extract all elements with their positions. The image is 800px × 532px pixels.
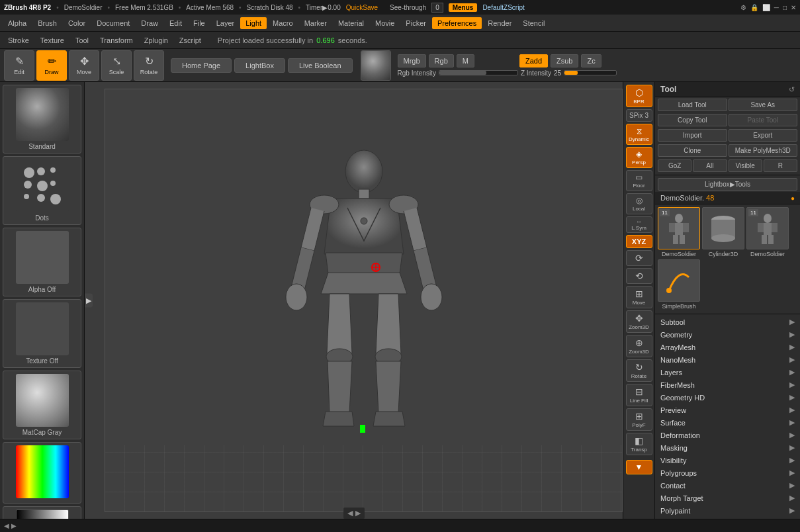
polyf-button[interactable]: ⊞ PolyF (626, 408, 652, 431)
menu-alpha[interactable]: Alpha (3, 17, 32, 29)
menu-material[interactable]: Material (333, 17, 369, 29)
section-contact[interactable]: Contact ▶ (655, 479, 800, 492)
local-button[interactable]: ◎ Local (626, 193, 652, 214)
persp-button[interactable]: ◈ Persp (626, 147, 652, 168)
bpr-button[interactable]: ⬡ BPR (626, 85, 652, 107)
section-fibermesh[interactable]: FiberMesh ▶ (655, 378, 800, 391)
zc-button[interactable]: Zc (581, 54, 601, 67)
thumb-simplebrush[interactable]: SimpleBrush (658, 259, 700, 310)
menu-edit[interactable]: Edit (164, 17, 187, 29)
rotate3d-button[interactable]: ↻ Rotate (626, 359, 652, 382)
color-bw[interactable] (3, 506, 81, 519)
import-button[interactable]: Import (658, 129, 727, 142)
all-button[interactable]: All (693, 159, 727, 172)
tool-zscript[interactable]: Zscript (174, 34, 206, 46)
menu-render[interactable]: Render (482, 17, 517, 29)
minimize-icon[interactable]: ─ (774, 4, 779, 11)
mrgb-button[interactable]: Mrgb (398, 54, 426, 67)
active-brush-preview[interactable] (361, 50, 391, 81)
goz-button[interactable]: GoZ (658, 159, 691, 172)
brush-texture-off[interactable]: Texture Off (3, 299, 81, 368)
thumb-demosoldier2[interactable]: 11 DemoSoldier (746, 207, 789, 257)
frame-button[interactable]: ⊞ Move (626, 286, 652, 308)
menu-color[interactable]: Color (63, 17, 91, 29)
xyz-button[interactable]: XYZ (626, 235, 652, 248)
menu-brush[interactable]: Brush (32, 17, 62, 29)
rgb-intensity-slider[interactable] (439, 70, 518, 75)
visible-button[interactable]: Visible (729, 159, 762, 172)
section-masking[interactable]: Masking ▶ (655, 441, 800, 454)
bottom-orange-button[interactable]: ▼ (626, 460, 652, 474)
lsym-button[interactable]: ↔ L.Sym (626, 216, 652, 233)
zsub-button[interactable]: Zsub (551, 54, 578, 67)
menus-button[interactable]: Menus (449, 3, 478, 12)
zoom3d-button[interactable]: ⊕ Zoom3D (626, 335, 652, 357)
save-as-button[interactable]: Save As (729, 99, 798, 111)
tool-tool[interactable]: Tool (70, 34, 94, 46)
make-polymesh-button[interactable]: Make PolyMesh3D (729, 144, 798, 157)
copy-tool-button[interactable]: Copy Tool (658, 114, 727, 126)
r-shortcut[interactable]: R (764, 159, 797, 172)
thumb-cylinder3d[interactable]: Cylinder3D (702, 207, 744, 257)
menu-light[interactable]: Light (240, 17, 267, 29)
dynamic-button[interactable]: ⧖ Dynamic (626, 124, 652, 145)
brush-matcap-gray[interactable]: MatCap Gray (3, 371, 81, 439)
rotate2-button[interactable]: ⟲ (626, 268, 652, 284)
menu-document[interactable]: Document (91, 17, 135, 29)
spix-button[interactable]: SPix 3 (626, 109, 652, 122)
menu-preferences[interactable]: Preferences (432, 17, 482, 29)
section-morph-target[interactable]: Morph Target ▶ (655, 492, 800, 504)
tab-lightbox[interactable]: LightBox (234, 58, 285, 73)
maximize-icon[interactable]: □ (783, 4, 787, 11)
scale-button[interactable]: ⤡ Scale (101, 50, 132, 81)
tool-transform[interactable]: Transform (95, 34, 138, 46)
rotate-button[interactable]: ↻ Rotate (134, 50, 164, 81)
scroll-left-icon[interactable]: ◀ (347, 509, 353, 517)
brush-dots[interactable]: Dots (3, 156, 81, 225)
default-script[interactable]: DefaultZScript (482, 4, 524, 11)
transp-button[interactable]: ◧ Transp (626, 433, 652, 455)
section-arraymesh[interactable]: ArrayMesh ▶ (655, 341, 800, 353)
paste-tool-button[interactable]: Paste Tool (729, 114, 798, 126)
draw-button[interactable]: ✏ Draw (36, 50, 67, 81)
demo-soldier-indicator[interactable]: ● (791, 195, 795, 202)
rotate1-button[interactable]: ⟳ (626, 250, 652, 266)
section-subtool[interactable]: Subtool ▶ (655, 316, 800, 328)
tool-texture[interactable]: Texture (35, 34, 69, 46)
z-intensity-slider[interactable] (564, 70, 617, 75)
section-geometry[interactable]: Geometry ▶ (655, 328, 800, 341)
viewport[interactable] (105, 89, 623, 512)
menu-file[interactable]: File (188, 17, 210, 29)
quick-save[interactable]: QuickSave (346, 4, 378, 11)
tab-home[interactable]: Home Page (171, 58, 232, 73)
tab-live-boolean[interactable]: Live Boolean (288, 58, 353, 73)
rgb-button[interactable]: Rgb (429, 54, 454, 67)
export-button[interactable]: Export (729, 129, 798, 142)
sidebar-toggle[interactable]: ▶ (85, 294, 93, 308)
tool-stroke[interactable]: Stroke (3, 34, 34, 46)
scroll-right-icon[interactable]: ▶ (355, 509, 361, 517)
m-button[interactable]: M (457, 54, 474, 67)
see-through-value[interactable]: 0 (431, 3, 443, 13)
zadd-button[interactable]: Zadd (519, 54, 548, 67)
load-tool-button[interactable]: Load Tool (658, 99, 727, 111)
section-geometry-hd[interactable]: Geometry HD ▶ (655, 391, 800, 404)
tool-panel-refresh-icon[interactable]: ↺ (789, 85, 795, 94)
section-polygroups[interactable]: Polygroups ▶ (655, 466, 800, 479)
color-gradient[interactable] (3, 442, 81, 504)
tool-zplugin[interactable]: Zplugin (139, 34, 173, 46)
menu-picker[interactable]: Picker (400, 17, 431, 29)
canvas-area[interactable]: ▶ (85, 82, 623, 519)
section-nanomesh[interactable]: NanoMesh ▶ (655, 353, 800, 366)
edit-button[interactable]: ✎ Edit (4, 50, 34, 81)
menu-stencil[interactable]: Stencil (517, 17, 550, 29)
menu-layer[interactable]: Layer (211, 17, 240, 29)
menu-draw[interactable]: Draw (136, 17, 163, 29)
section-deformation[interactable]: Deformation ▶ (655, 429, 800, 441)
section-visibility[interactable]: Visibility ▶ (655, 454, 800, 466)
section-layers[interactable]: Layers ▶ (655, 366, 800, 378)
move3d-button[interactable]: ✥ Zoom3D (626, 310, 652, 333)
lightbox-tools-button[interactable]: Lightbox▶Tools (658, 178, 797, 191)
brush-alpha-off[interactable]: Alpha Off (3, 228, 81, 296)
clone-button[interactable]: Clone (658, 144, 727, 157)
